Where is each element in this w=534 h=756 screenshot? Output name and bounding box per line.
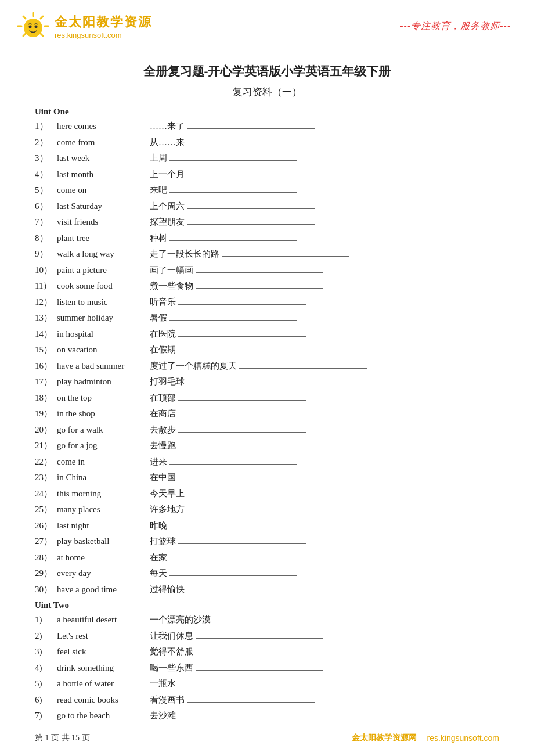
vocab-blank-line: [213, 622, 341, 622]
vocab-blank-line: [178, 718, 306, 718]
main-content: 全册复习题-开心学英语版小学英语五年级下册 复习资料（一） Uint One1）…: [0, 48, 534, 744]
vocab-chinese: 看漫画书: [150, 693, 185, 708]
vocab-list-1: 1)a beautiful desert一个漂亮的沙漠2)Let's rest让…: [35, 613, 499, 723]
list-item: 9）walk a long way走了一段长长的路: [35, 247, 499, 262]
vocab-num: 18）: [35, 391, 57, 406]
vocab-num: 5): [35, 676, 57, 692]
list-item: 28）at home在家: [35, 550, 499, 566]
vocab-english: summer holiday: [57, 311, 150, 326]
vocab-chinese: 煮一些食物: [150, 279, 193, 294]
logo-area: 金太阳教学资源 res.kingsunsoft.com: [17, 10, 152, 42]
vocab-chinese: 过得愉快: [150, 582, 185, 597]
vocab-num: 19）: [35, 406, 57, 422]
vocab-english: visit friends: [57, 215, 150, 230]
vocab-blank-line: [169, 160, 297, 161]
list-item: 2）come from从……来: [35, 135, 499, 150]
vocab-english: at home: [57, 550, 150, 566]
vocab-english: have a good time: [57, 582, 150, 597]
list-item: 5）come on来吧: [35, 183, 499, 198]
svg-line-5: [23, 16, 26, 19]
vocab-blank-line: [169, 560, 297, 560]
vocab-chinese: 探望朋友: [150, 215, 185, 230]
vocab-chinese: 让我们休息: [150, 629, 193, 644]
page-title: 全册复习题-开心学英语版小学英语五年级下册: [35, 63, 499, 80]
vocab-blank-line: [187, 702, 315, 703]
vocab-blank-line: [178, 686, 306, 686]
list-item: 1)a beautiful desert一个漂亮的沙漠: [35, 613, 499, 628]
vocab-blank-line: [178, 352, 306, 352]
vocab-english: last Saturday: [57, 199, 150, 214]
vocab-english: have a bad summer: [57, 359, 150, 374]
vocab-english: go for a jog: [57, 438, 150, 453]
vocab-blank-line: [196, 654, 323, 654]
list-item: 3)feel sick觉得不舒服: [35, 645, 499, 660]
vocab-blank-line: [178, 304, 306, 305]
vocab-chinese: 画了一幅画: [150, 263, 193, 278]
vocab-num: 9）: [35, 247, 57, 262]
vocab-blank-line: [178, 448, 306, 448]
vocab-num: 7）: [35, 215, 57, 230]
vocab-chinese: 上周: [150, 151, 167, 166]
vocab-chinese: 打篮球: [150, 534, 176, 549]
vocab-english: in China: [57, 470, 150, 485]
vocab-chinese: 度过了一个糟糕的夏天: [150, 359, 237, 374]
vocab-num: 15）: [35, 343, 57, 358]
svg-point-8: [29, 26, 32, 28]
vocab-num: 16）: [35, 359, 57, 374]
vocab-english: plant tree: [57, 231, 150, 246]
sub-title: 复习资料（一）: [35, 85, 499, 99]
vocab-num: 22）: [35, 455, 57, 470]
list-item: 30）have a good time过得愉快: [35, 582, 499, 597]
vocab-english: in the shop: [57, 406, 150, 422]
vocab-chinese: 一瓶水: [150, 676, 176, 692]
section-label-1: Uint Two: [35, 600, 499, 610]
vocab-chinese: 走了一段长长的路: [150, 247, 219, 262]
vocab-blank-line: [178, 336, 306, 337]
vocab-chinese: 从……来: [150, 135, 185, 150]
svg-line-4: [41, 34, 43, 36]
vocab-num: 28）: [35, 550, 57, 566]
vocab-num: 25）: [35, 502, 57, 517]
vocab-blank-line: [178, 480, 306, 480]
vocab-chinese: 听音乐: [150, 295, 176, 310]
list-item: 12）listen to music听音乐: [35, 295, 499, 310]
vocab-chinese: 一个漂亮的沙漠: [150, 613, 211, 628]
vocab-blank-line: [178, 400, 306, 401]
vocab-english: paint a picture: [57, 263, 150, 278]
vocab-english: last month: [57, 167, 150, 182]
vocab-chinese: 打羽毛球: [150, 375, 185, 390]
vocab-blank-line: [196, 288, 323, 289]
vocab-chinese: 昨晚: [150, 519, 167, 534]
list-item: 29）every day每天: [35, 566, 499, 581]
vocab-english: last night: [57, 519, 150, 534]
vocab-blank-line: [178, 432, 306, 433]
vocab-blank-line: [169, 464, 297, 465]
vocab-blank-line: [169, 240, 297, 241]
vocab-english: on the top: [57, 391, 150, 406]
sun-logo-icon: [17, 10, 49, 42]
vocab-chinese: 喝一些东西: [150, 661, 193, 676]
vocab-blank-line: [187, 384, 315, 384]
list-item: 6）last Saturday上个周六: [35, 199, 499, 214]
list-item: 18）on the top在顶部: [35, 391, 499, 406]
vocab-num: 10）: [35, 263, 57, 278]
logo-url: res.kingsunsoft.com: [55, 31, 122, 39]
vocab-num: 27）: [35, 534, 57, 549]
vocab-num: 3）: [35, 151, 57, 166]
vocab-english: a beautiful desert: [57, 613, 150, 628]
vocab-english: come on: [57, 183, 150, 198]
vocab-blank-line: [187, 512, 315, 512]
vocab-chinese: 进来: [150, 455, 167, 470]
vocab-blank-line: [187, 224, 315, 225]
vocab-blank-line: [187, 128, 315, 129]
vocab-english: this morning: [57, 487, 150, 502]
vocab-num: 13）: [35, 311, 57, 326]
vocab-num: 3): [35, 645, 57, 660]
sections-container: Uint One1）here comes……来了2）come from从……来3…: [35, 107, 499, 723]
vocab-blank-line: [178, 543, 306, 544]
list-item: 13）summer holiday暑假: [35, 311, 499, 326]
vocab-english: go for a walk: [57, 423, 150, 438]
section-1: Uint Two1)a beautiful desert一个漂亮的沙漠2)Let…: [35, 600, 499, 723]
list-item: 24）this morning今天早上: [35, 487, 499, 502]
vocab-num: 12）: [35, 295, 57, 310]
